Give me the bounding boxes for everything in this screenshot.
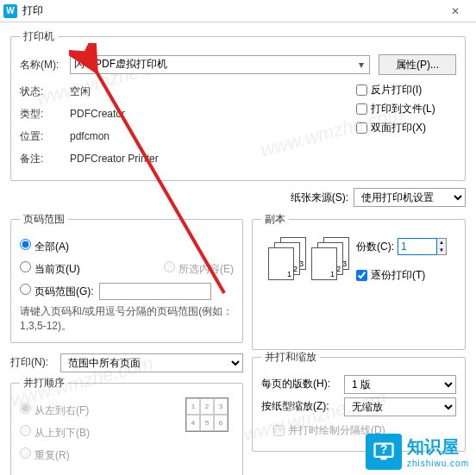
order-legend: 并打顺序 <box>20 376 68 391</box>
printer-group: 打印机 名称(M): 闪电PDF虚拟打印机 属性(P)... 状态:空闲 类型:… <box>10 29 466 181</box>
range-pages-label: 页码范围(G): <box>34 285 94 297</box>
copies-legend: 副本 <box>261 212 289 227</box>
comment-label: 备注: <box>20 152 70 166</box>
range-legend: 页码范围 <box>20 212 68 227</box>
range-all-radio[interactable] <box>20 239 31 250</box>
window-title: 打印 <box>22 3 438 18</box>
titlebar: W 打印 ✕ <box>0 0 476 22</box>
collate-label: 逐份打印(T) <box>371 268 425 283</box>
duplex-checkbox[interactable] <box>356 122 367 134</box>
order-tb-radio <box>20 425 31 436</box>
app-icon: W <box>3 4 17 18</box>
order-repeat-radio <box>20 447 31 459</box>
brand-logo: ? 知识屋 zhishiwu.com <box>366 434 469 470</box>
range-hint: 请键入页码和/或用逗号分隔的页码范围(例如：1,3,5-12)。 <box>20 304 234 334</box>
logo-text-py: zhishiwu.com <box>407 459 469 468</box>
range-current-label: 当前页(U) <box>34 263 80 275</box>
page-range-group: 页码范围 全部(A) 当前页(U) 所选内容(E) 页码范围(G): 请键入页码… <box>10 212 243 343</box>
type-label: 类型: <box>20 107 70 122</box>
comment-value: PDFCreator Printer <box>70 153 159 165</box>
print-order-group: 并打顺序 从左到右(F) 从上到下(B) 重复(R) 123456 <box>10 376 243 475</box>
print-what-label: 打印(N): <box>10 355 60 370</box>
collate-checkbox[interactable] <box>356 270 367 281</box>
copies-count-label: 份数(C): <box>356 240 394 254</box>
order-lr-label: 从左到右(F) <box>34 404 89 416</box>
range-pages-radio[interactable] <box>20 284 31 295</box>
printer-name-value: 闪电PDF虚拟打印机 <box>74 58 167 70</box>
draw-separator-checkbox <box>273 425 285 436</box>
name-label: 名称(M): <box>20 58 70 72</box>
copies-down[interactable]: ▼ <box>437 247 446 254</box>
range-all-label: 全部(A) <box>34 241 69 253</box>
copies-count-input[interactable] <box>398 238 437 255</box>
logo-icon: ? <box>366 434 402 470</box>
reverse-print-checkbox[interactable] <box>356 84 367 96</box>
reverse-print-label: 反片打印(I) <box>371 83 422 97</box>
type-value: PDFCreator <box>70 108 125 120</box>
logo-text-cn: 知识屋 <box>407 435 469 459</box>
print-to-file-checkbox[interactable] <box>356 103 367 115</box>
printer-legend: 打印机 <box>20 29 58 44</box>
svg-rect-2 <box>380 457 386 460</box>
order-tb-label: 从上到下(B) <box>34 427 90 439</box>
range-selection-radio <box>164 261 175 272</box>
copies-up[interactable]: ▲ <box>437 239 446 247</box>
paper-source-select[interactable]: 使用打印机设置 <box>354 188 466 207</box>
range-current-radio[interactable] <box>20 261 31 272</box>
status-label: 状态: <box>20 84 70 99</box>
scale-to-paper-label: 按纸型缩放(Z): <box>261 399 344 414</box>
svg-text:?: ? <box>380 442 388 456</box>
scale-legend: 并打和缩放 <box>261 350 320 365</box>
range-selection-label: 所选内容(E) <box>178 263 234 275</box>
range-pages-input[interactable] <box>99 283 211 300</box>
status-value: 空闲 <box>70 84 91 99</box>
pages-per-sheet-label: 每页的版数(H): <box>261 377 344 391</box>
printer-name-select[interactable]: 闪电PDF虚拟打印机 <box>70 55 370 74</box>
pages-per-sheet-select[interactable]: 1 版 <box>344 375 456 394</box>
copies-group: 副本 321 321 份数(C): ▲▼ 逐份打印(T) <box>252 212 466 350</box>
order-repeat-label: 重复(R) <box>34 449 70 461</box>
paper-source-label: 纸张来源(S): <box>291 191 348 205</box>
print-what-select[interactable]: 范围中所有页面 <box>60 353 243 372</box>
close-button[interactable]: ✕ <box>438 0 473 22</box>
where-label: 位置: <box>20 129 70 144</box>
collate-preview-icon: 321 321 <box>268 237 349 282</box>
scale-to-paper-select[interactable]: 无缩放 <box>344 397 456 416</box>
properties-button[interactable]: 属性(P)... <box>379 54 456 75</box>
print-to-file-label: 打印到文件(L) <box>371 102 435 116</box>
duplex-label: 双面打印(X) <box>371 121 426 135</box>
where-value: pdfcmon <box>70 130 110 142</box>
order-lr-radio <box>20 403 31 414</box>
order-preview-icon: 123456 <box>185 397 229 432</box>
